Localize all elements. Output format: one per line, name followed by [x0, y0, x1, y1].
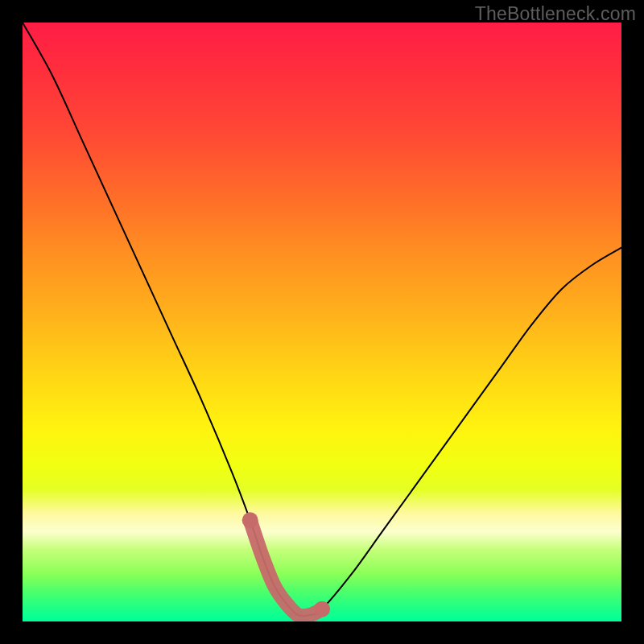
bottleneck-curve	[23, 23, 621, 621]
highlight-endpoint	[242, 512, 258, 528]
highlight-endpoint	[314, 601, 330, 617]
curve-line	[23, 23, 621, 616]
attribution-text: TheBottleneck.com	[475, 3, 636, 25]
highlight-segment	[250, 520, 322, 616]
plot-area	[23, 23, 621, 621]
chart-container: TheBottleneck.com	[0, 0, 644, 644]
